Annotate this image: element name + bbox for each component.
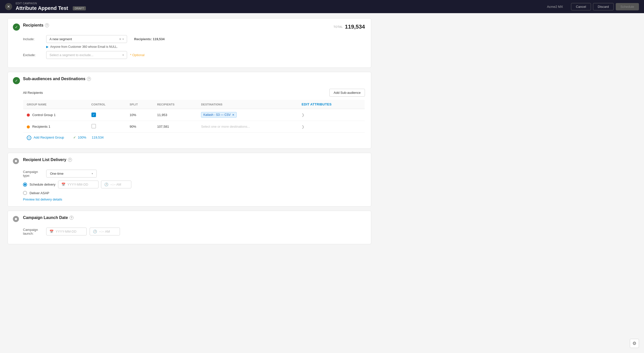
schedule-time-input[interactable]: 🕐 --:-- AM [101,181,131,188]
launch-date-placeholder: YYYY-MM-DD [56,230,77,233]
launch-date-input[interactable]: 📅 YYYY-MM-DD [46,228,87,235]
campaign-type-chevron-icon: ▾ [92,172,93,175]
main-content: ✓ Recipients ? TOTAL 119,534 Include: A … [0,13,379,253]
include-label: Include: [23,37,43,41]
deliver-asap-radio[interactable] [23,191,27,195]
total-badge: TOTAL 119,534 [334,24,365,30]
split-cell: 10% [126,109,154,121]
col-edit-attributes[interactable]: Edit Attributes [298,100,365,109]
expand-row-icon-2[interactable]: ❯ [302,125,305,129]
expand-cell[interactable]: ❯ [298,109,365,121]
include-segment-select[interactable]: A new segment ✕ ▾ [46,35,127,43]
table-row: Recipients 1 90% 107,581 Select one or m… [23,121,365,133]
close-button[interactable]: ✕ [5,3,12,10]
destinations-cell[interactable]: Kailash - S3 — CSV ✕ [197,109,298,121]
launch-header: Campaign Launch Date ? [8,211,371,224]
subaudiences-title: Sub-audiences and Destinations ? [23,77,91,81]
recipients-cell: 11,953 [154,109,197,121]
control-checkbox-empty[interactable] [91,124,96,128]
total-value: 119,534 [345,24,365,30]
edit-label: EDIT CAMPAIGN [16,2,86,5]
exclude-chevron-icon: ▾ [122,54,124,56]
group-name-value: Recipients 1 [32,125,51,128]
check-icon-2: ✓ [15,79,18,83]
discard-button[interactable]: Discard [593,3,614,10]
subaudiences-section: ✓ Sub-audiences and Destinations ? All R… [8,72,371,149]
delivery-status-circle [13,158,19,164]
group-name-cell: Recipients 1 [23,121,88,133]
split-cell: 90% [126,121,154,133]
add-group-cell[interactable]: + Add Recipient Group ✓ 100% 119,534 [23,133,365,143]
expand-cell[interactable]: ❯ [298,121,365,133]
plus-icon: + [27,136,31,140]
total-split: 100% [78,136,86,139]
campaign-title: Attribute Append Test [16,5,68,11]
row-dot-icon [27,125,30,128]
schedule-button[interactable]: Schedule [616,3,639,10]
total-recipients-value: 119,534 [92,136,104,139]
launch-time-input[interactable]: 🕐 --:-- AM [90,228,120,235]
control-cell[interactable]: ✓ [88,109,126,121]
control-cell[interactable] [88,121,126,133]
schedule-delivery-radio[interactable] [23,183,27,187]
schedule-delivery-label: Schedule delivery [30,183,56,186]
launch-title: Campaign Launch Date ? [23,215,73,220]
launch-calendar-icon: 📅 [49,230,54,233]
include-segment-clear-icon[interactable]: ✕ [119,37,121,41]
check-icon: ✓ [15,25,18,29]
schedule-date-input[interactable]: 📅 YYYY-MM-DD [58,181,98,188]
close-icon: ✕ [7,5,10,9]
total-check-icon: ✓ [73,136,76,139]
segment-sub-info: ▶ Anyone from Customer 360 whose Email i… [46,45,365,49]
destination-tag[interactable]: Kailash - S3 — CSV ✕ [201,112,237,118]
account-name: Acme2 MX [547,5,563,9]
recipients-count: Recipients: 119,534 [134,37,165,41]
cancel-button[interactable]: Cancel [571,3,591,10]
row-dot-icon [27,114,30,117]
deliver-asap-label: Deliver ASAP [30,191,49,195]
launch-section: Campaign Launch Date ? Campaign launch: … [8,211,371,244]
recipients-header: Recipients ? [8,18,371,31]
delivery-help-icon[interactable]: ? [68,158,72,162]
group-name-value: Control Group 1 [32,113,56,117]
include-segment-chevron-icon: ▾ [122,38,124,40]
delivery-section: Recipient List Delivery ? Campaign type:… [8,153,371,207]
destination-placeholder[interactable]: Select one or more destinations... [201,125,250,128]
clock-icon: 🕐 [104,183,108,186]
destinations-cell[interactable]: Select one or more destinations... [197,121,298,133]
exclude-segment-select[interactable]: Select a segment to exclude... ▾ [46,51,127,59]
launch-help-icon[interactable]: ? [69,216,73,220]
add-recipient-group-row[interactable]: + Add Recipient Group ✓ 100% 119,534 [23,133,365,143]
total-label: TOTAL [334,25,343,28]
preview-delivery-link[interactable]: Preview list delivery details [23,197,62,201]
col-split: SPLIT [126,100,154,109]
launch-label: Campaign launch: [23,228,43,235]
calendar-icon: 📅 [61,183,65,186]
launch-clock-icon: 🕐 [93,230,97,233]
destination-name: Kailash - S3 — CSV [203,113,231,117]
top-navigation: ✕ EDIT CAMPAIGN Attribute Append Test DR… [0,0,644,13]
recipients-title: Recipients ? [23,23,49,28]
recipients-help-icon[interactable]: ? [45,23,49,27]
deliver-asap-row: Deliver ASAP [23,191,365,195]
expand-arrow-icon[interactable]: ▶ [46,45,48,49]
recipients-body: Include: A new segment ✕ ▾ Recipients: 1… [8,31,371,68]
destination-remove-icon[interactable]: ✕ [232,113,234,117]
expand-row-icon[interactable]: ❯ [302,113,305,117]
edit-attributes-link[interactable]: Edit Attributes [302,102,332,106]
delivery-header: Recipient List Delivery ? [8,153,371,166]
add-group-label[interactable]: Add Recipient Group [34,136,64,139]
exclude-row: Exclude: Select a segment to exclude... … [23,51,365,59]
subaudiences-status-circle: ✓ [13,77,20,84]
groups-table: GROUP NAME CONTROL SPLIT RECIPIENTS DEST… [23,100,365,143]
control-checkbox-checked[interactable]: ✓ [91,113,96,117]
col-control: CONTROL [88,100,126,109]
subaudiences-help-icon[interactable]: ? [87,77,91,81]
recipients-section: ✓ Recipients ? TOTAL 119,534 Include: A … [8,18,371,68]
include-segment-value: A new segment [49,37,117,41]
schedule-date-placeholder: YYYY-MM-DD [67,183,88,186]
campaign-type-label: Campaign type: [23,170,43,178]
recipients-cell: 107,581 [154,121,197,133]
campaign-type-select[interactable]: One-time ▾ [46,170,97,178]
add-sub-audience-button[interactable]: Add Sub-audience [329,89,365,97]
